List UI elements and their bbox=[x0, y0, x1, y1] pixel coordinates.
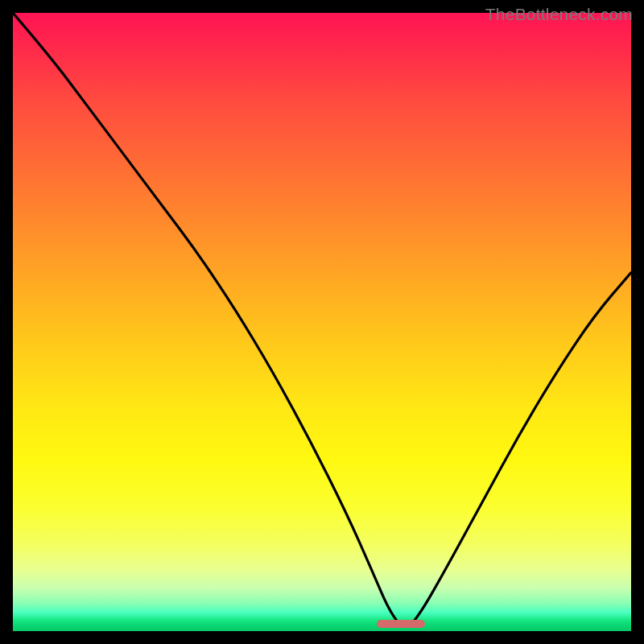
chart-frame: TheBottleneck.com bbox=[0, 0, 644, 644]
plot-area bbox=[13, 13, 631, 631]
watermark-text: TheBottleneck.com bbox=[485, 5, 633, 24]
minimum-marker bbox=[377, 620, 425, 628]
bottleneck-curve bbox=[13, 13, 631, 631]
